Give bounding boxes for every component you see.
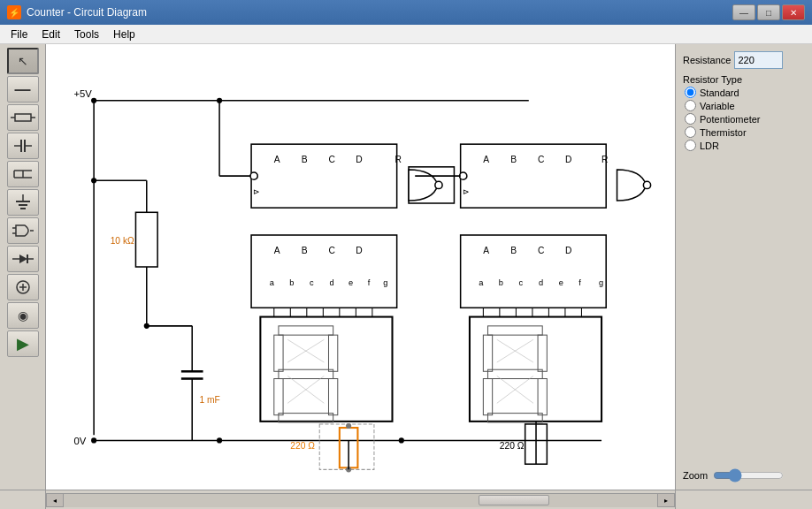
capacitor-tool[interactable] xyxy=(7,133,39,159)
diode-tool[interactable] xyxy=(7,246,39,272)
resistor-type-label: Resistor Type xyxy=(683,74,805,85)
svg-text:a: a xyxy=(270,278,275,287)
svg-text:A: A xyxy=(274,155,280,164)
svg-text:D: D xyxy=(356,246,362,255)
svg-point-137 xyxy=(217,98,222,103)
svg-text:b: b xyxy=(289,278,294,287)
minimize-button[interactable]: — xyxy=(732,4,755,20)
title-buttons[interactable]: — □ ✕ xyxy=(732,4,805,20)
svg-text:C: C xyxy=(329,246,336,255)
svg-point-135 xyxy=(460,172,467,179)
svg-text:C: C xyxy=(329,155,336,164)
svg-rect-53 xyxy=(251,235,397,308)
zoom-slider[interactable] xyxy=(713,468,784,482)
maximize-button[interactable]: □ xyxy=(757,4,780,20)
svg-text:f: f xyxy=(578,278,581,287)
resistor1-label: 10 kΩ xyxy=(111,236,134,246)
svg-text:A: A xyxy=(483,246,489,255)
resistor-type-section: Resistor Type Standard Variable Potentio… xyxy=(683,74,805,151)
window-title: Counter - Circuit Diagram xyxy=(27,6,147,19)
wire-tool[interactable]: — xyxy=(7,76,39,103)
svg-point-86 xyxy=(346,423,351,429)
circuit-diagram: +5V 0V 10 kΩ 1 mF xyxy=(46,44,675,490)
gnd-label: 0V xyxy=(74,436,87,446)
type-ldr-label: LDR xyxy=(700,141,719,151)
type-potentiometer[interactable]: Potentiometer xyxy=(685,113,805,125)
svg-text:R: R xyxy=(601,155,608,164)
svg-text:C: C xyxy=(538,246,545,255)
toolbar: ↖ — xyxy=(0,44,46,490)
svg-point-52 xyxy=(435,181,442,188)
svg-text:D: D xyxy=(356,155,362,164)
svg-text:C: C xyxy=(538,155,545,164)
horizontal-scrollbar[interactable]: ◂ ▸ xyxy=(46,493,675,507)
select-tool[interactable]: ↖ xyxy=(7,48,39,74)
resistor-tool[interactable] xyxy=(7,104,39,131)
type-standard[interactable]: Standard xyxy=(685,87,805,98)
battery-tool[interactable] xyxy=(7,274,39,300)
svg-text:B: B xyxy=(302,246,308,255)
type-thermistor[interactable]: Thermistor xyxy=(685,126,805,138)
svg-rect-44 xyxy=(251,144,397,208)
svg-text:c: c xyxy=(310,278,314,287)
svg-text:d: d xyxy=(330,278,334,287)
menu-edit[interactable]: Edit xyxy=(34,27,67,42)
menu-file[interactable]: File xyxy=(4,27,34,42)
svg-text:b: b xyxy=(499,278,503,287)
title-bar-left: ⚡ Counter - Circuit Diagram xyxy=(7,5,147,19)
svg-text:g: g xyxy=(383,278,387,287)
close-button[interactable]: ✕ xyxy=(782,4,805,20)
resistor2-label: 220 Ω xyxy=(290,441,315,451)
svg-text:A: A xyxy=(483,155,489,164)
scroll-right-btn[interactable]: ▸ xyxy=(657,493,675,507)
canvas-area[interactable]: +5V 0V 10 kΩ 1 mF xyxy=(46,44,675,490)
svg-point-134 xyxy=(250,172,257,179)
svg-text:R: R xyxy=(395,155,402,164)
zoom-row: Zoom xyxy=(683,468,805,482)
svg-text:A: A xyxy=(274,246,280,255)
resistor3-label: 220 Ω xyxy=(500,441,525,451)
svg-marker-19 xyxy=(19,254,27,263)
svg-text:B: B xyxy=(510,155,517,164)
probe-tool[interactable]: ◉ xyxy=(7,302,39,329)
menu-bar: File Edit Tools Help xyxy=(0,25,812,44)
scroll-left-btn[interactable]: ◂ xyxy=(46,493,64,507)
svg-point-30 xyxy=(91,437,96,443)
type-thermistor-label: Thermistor xyxy=(700,127,747,138)
svg-text:f: f xyxy=(368,278,371,287)
menu-help[interactable]: Help xyxy=(106,27,142,42)
type-standard-label: Standard xyxy=(700,87,739,98)
zoom-label: Zoom xyxy=(683,470,708,481)
svg-text:D: D xyxy=(565,155,571,164)
svg-text:a: a xyxy=(479,278,484,287)
svg-text:D: D xyxy=(565,246,571,255)
resistance-row: Resistance xyxy=(683,51,805,69)
type-potentiometer-label: Potentiometer xyxy=(700,114,760,125)
vcc-label: +5V xyxy=(74,88,93,99)
svg-rect-1 xyxy=(15,114,31,121)
svg-text:⊳: ⊳ xyxy=(463,187,470,196)
svg-rect-97 xyxy=(461,235,607,308)
svg-rect-89 xyxy=(461,144,607,208)
h-scroll-thumb[interactable] xyxy=(479,495,549,505)
type-ldr[interactable]: LDR xyxy=(685,140,805,151)
resistance-input[interactable] xyxy=(734,51,783,69)
svg-text:d: d xyxy=(539,278,543,287)
svg-text:⊳: ⊳ xyxy=(253,187,260,196)
resistance-label: Resistance xyxy=(683,55,731,65)
capacitor-label: 1 mF xyxy=(199,395,219,405)
svg-text:e: e xyxy=(559,278,563,287)
gate-tool[interactable] xyxy=(7,217,39,244)
menu-tools[interactable]: Tools xyxy=(67,27,106,42)
play-button[interactable]: ▶ xyxy=(7,330,39,357)
svg-point-96 xyxy=(643,181,650,188)
svg-point-43 xyxy=(144,323,149,329)
connector-tool[interactable] xyxy=(7,161,39,187)
svg-text:g: g xyxy=(599,278,603,287)
app-icon: ⚡ xyxy=(7,5,21,19)
ground-tool[interactable] xyxy=(7,189,39,216)
svg-point-31 xyxy=(217,437,222,443)
svg-point-41 xyxy=(91,178,96,183)
type-variable[interactable]: Variable xyxy=(685,100,805,111)
scroll-corner xyxy=(0,490,46,509)
